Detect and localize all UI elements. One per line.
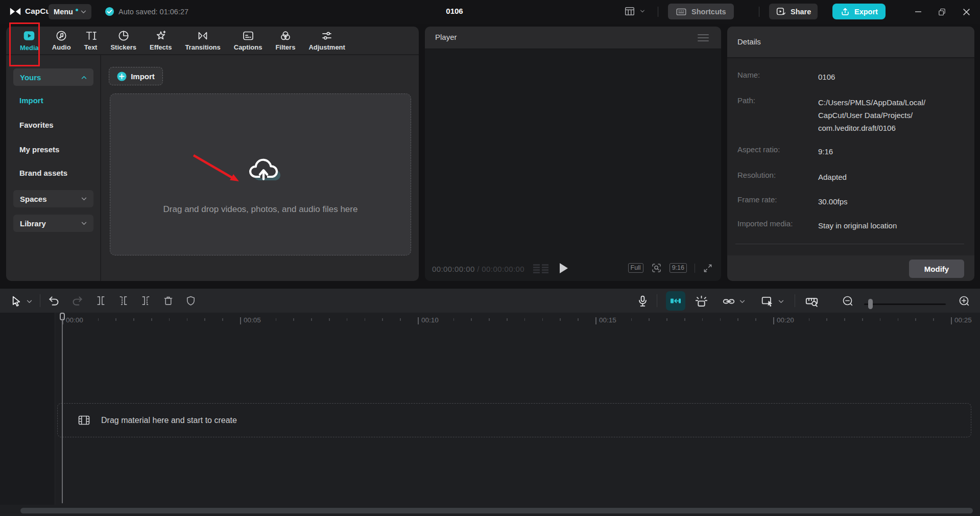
filters-icon: [279, 30, 292, 42]
zoom-to-fit-button[interactable]: [805, 295, 819, 309]
split-icon: [95, 295, 107, 307]
tab-audio[interactable]: Audio: [45, 30, 78, 51]
select-tool-button[interactable]: [10, 295, 23, 308]
tab-filters[interactable]: Filters: [269, 30, 302, 51]
play-button[interactable]: [560, 263, 568, 273]
modify-button[interactable]: Modify: [909, 260, 964, 278]
delete-right-button[interactable]: [140, 295, 152, 307]
split-delete-left-icon: [117, 295, 129, 307]
sidebar-item-import[interactable]: Import: [19, 96, 43, 105]
film-icon: [78, 415, 90, 425]
delete-button[interactable]: [162, 295, 174, 307]
link-toggle[interactable]: [722, 295, 735, 308]
delete-left-button[interactable]: [117, 295, 129, 307]
text-icon: [85, 30, 97, 42]
timecode-current: 00:00:00:00: [432, 265, 475, 273]
playhead-head[interactable]: [60, 313, 65, 320]
fullscreen-icon[interactable]: [703, 263, 713, 273]
close-button[interactable]: [959, 5, 973, 19]
restore-icon: [938, 8, 946, 16]
autosave-text: Auto saved: 01:06:27: [118, 8, 188, 16]
menu-label: Menu: [54, 8, 73, 16]
top-bar: CapCut Menu Auto saved: 01:06:27 0106 Sh…: [0, 0, 980, 24]
layout-selector[interactable]: [624, 6, 645, 17]
auto-snap-toggle[interactable]: [695, 295, 708, 309]
shield-icon: [185, 295, 197, 307]
playhead[interactable]: [60, 313, 65, 503]
media-tab-bar: Media Audio Text Stickers: [6, 27, 419, 55]
sidebar-item-yours[interactable]: Yours: [13, 68, 93, 86]
zoom-in-button[interactable]: [958, 295, 970, 307]
import-button[interactable]: Import: [109, 67, 163, 85]
chevron-down-icon: [739, 300, 745, 303]
shortcuts-button[interactable]: Shortcuts: [668, 4, 734, 19]
tab-adjustment[interactable]: Adjustment: [302, 30, 352, 51]
frame-focus-icon[interactable]: [651, 263, 662, 273]
media-panel: Media Audio Text Stickers: [6, 27, 419, 281]
empty-track-text: Drag material here and start to create: [101, 416, 237, 425]
zoom-out-button[interactable]: [842, 295, 854, 307]
share-label: Share: [791, 8, 811, 16]
sidebar-item-spaces[interactable]: Spaces: [13, 190, 93, 207]
chevron-up-icon: [81, 76, 87, 79]
cursor-rect-icon: [761, 295, 774, 308]
dropzone-text: Drag and drop videos, photos, and audio …: [110, 204, 411, 215]
stickers-icon: [117, 30, 130, 42]
preview-select-dropdown[interactable]: [778, 300, 784, 303]
empty-track-dropzone[interactable]: Drag material here and start to create: [57, 403, 971, 437]
link-dropdown[interactable]: [739, 300, 745, 303]
effects-icon: [155, 30, 167, 42]
export-button[interactable]: Export: [832, 4, 886, 19]
main-track-magnet-toggle[interactable]: [666, 291, 685, 311]
media-dropzone[interactable]: Drag and drop videos, photos, and audio …: [110, 93, 411, 255]
menu-notification-dot: [76, 9, 78, 11]
restore-button[interactable]: [935, 5, 949, 19]
zoom-out-icon: [842, 295, 854, 307]
player-menu-icon[interactable]: [698, 34, 709, 43]
tab-captions[interactable]: Captions: [227, 30, 269, 51]
tab-effects[interactable]: Effects: [143, 30, 178, 51]
tab-transitions[interactable]: Transitions: [178, 30, 227, 51]
keyboard-icon: [676, 6, 687, 17]
share-button[interactable]: Share: [769, 4, 818, 19]
autosave-check-icon: [105, 7, 114, 16]
plus-icon: [117, 72, 127, 81]
player-panel: Player 00:00:00:00 / 00:00:00:00 Full 9:…: [425, 27, 721, 281]
timeline-ruler[interactable]: 00:0000:0500:1000:1500:2000:25: [55, 313, 980, 330]
details-panel: Details Name: 0106 Path: C:/Users/PMLS/A…: [727, 27, 974, 281]
split-button[interactable]: [95, 295, 107, 307]
chevron-down-icon: [778, 300, 784, 303]
sidebar-divider: [100, 55, 101, 281]
minimize-button[interactable]: [911, 5, 925, 19]
capcut-logo-icon: [9, 7, 21, 16]
sidebar-item-favorites[interactable]: Favorites: [19, 121, 54, 129]
chevron-down-icon: [81, 222, 87, 225]
redo-button[interactable]: [71, 295, 83, 307]
frame-grid-icon[interactable]: [533, 264, 548, 273]
ratio-selector[interactable]: 9:16: [670, 263, 687, 273]
topbar-divider: [759, 7, 759, 17]
tab-stickers[interactable]: Stickers: [104, 30, 143, 51]
menu-button[interactable]: Menu: [49, 4, 91, 19]
undo-button[interactable]: [48, 295, 60, 307]
media-sidebar: Yours Import Favorites My presets Brand …: [6, 55, 100, 281]
timeline-zoom-slider-handle[interactable]: [868, 299, 873, 309]
sidebar-item-my-presets[interactable]: My presets: [19, 145, 59, 154]
sidebar-item-library[interactable]: Library: [13, 215, 93, 232]
timeline-zoom-slider-track[interactable]: [864, 303, 946, 305]
preview-select-toggle[interactable]: [761, 295, 774, 308]
media-icon: [22, 29, 36, 42]
tab-media[interactable]: Media: [13, 29, 45, 52]
sidebar-item-brand-assets[interactable]: Brand assets: [19, 169, 67, 177]
select-tool-dropdown[interactable]: [27, 300, 32, 303]
horizontal-scrollbar[interactable]: [20, 508, 973, 513]
playhead-line: [62, 320, 63, 503]
quality-selector[interactable]: Full: [628, 263, 643, 273]
undo-icon: [48, 295, 60, 307]
mask-button[interactable]: [185, 295, 197, 307]
tab-text[interactable]: Text: [78, 30, 104, 51]
record-voiceover-button[interactable]: [636, 295, 649, 308]
details-header: Details: [727, 27, 974, 58]
timeline-area: 00:0000:0500:1000:1500:2000:25 Drag mate…: [0, 289, 980, 516]
zoom-in-icon: [958, 295, 970, 307]
